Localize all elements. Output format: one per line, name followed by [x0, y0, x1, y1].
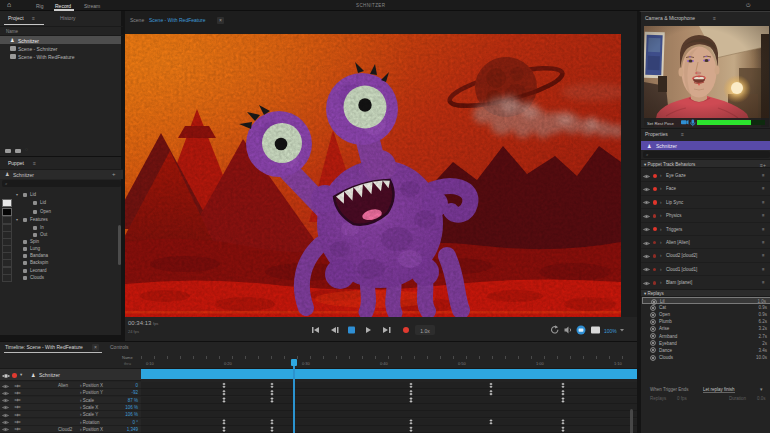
svg-text:Set Rest Pose: Set Rest Pose	[647, 121, 674, 126]
svg-text:100%: 100%	[604, 328, 617, 334]
svg-text:1.0x: 1.0x	[420, 328, 430, 334]
